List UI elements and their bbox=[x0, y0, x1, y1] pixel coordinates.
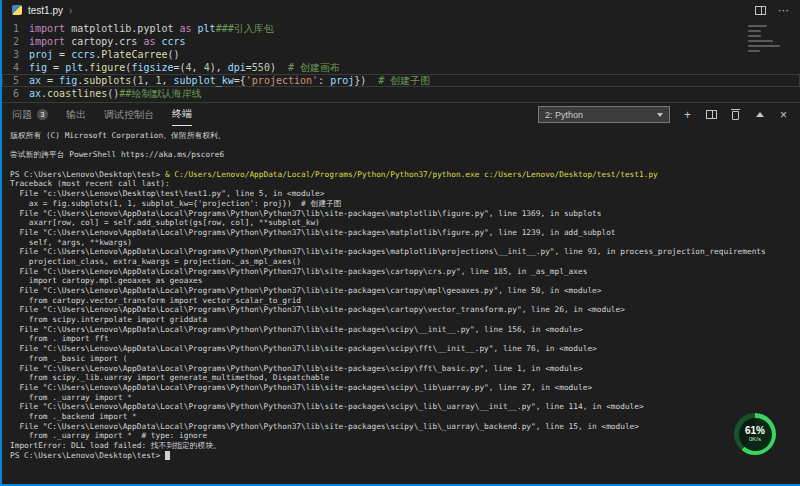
code-line: 2import cartopy.crs as ccrs bbox=[2, 35, 800, 48]
more-actions-icon[interactable]: ⋯ bbox=[778, 4, 790, 17]
editor-topbar: test1.py › ⋯ bbox=[2, 0, 800, 20]
terminal-line: from ._basic import ( bbox=[10, 354, 792, 364]
terminal-line: File "C:\Users\Lenovo\AppData\Local\Prog… bbox=[10, 364, 792, 374]
code-lines: 1import matplotlib.pyplot as plt###引入库包2… bbox=[2, 22, 800, 100]
python-file-icon bbox=[12, 5, 22, 15]
terminal-line: File "C:\Users\Lenovo\AppData\Local\Prog… bbox=[10, 325, 792, 335]
panel-tab-label: 调试控制台 bbox=[104, 108, 154, 122]
problems-count-badge: 3 bbox=[37, 109, 48, 120]
code-line: 6ax.coastlines()##绘制默认海岸线 bbox=[2, 87, 800, 100]
line-number: 1 bbox=[2, 22, 29, 35]
panel-tab-label: 问题 bbox=[12, 108, 32, 122]
line-number: 5 bbox=[2, 74, 29, 87]
minimap-line bbox=[748, 35, 761, 37]
terminal-line: File "C:\Users\Lenovo\AppData\Local\Prog… bbox=[10, 209, 792, 219]
vscode-window: test1.py › ⋯ 1import matplotlib.pyplot a… bbox=[0, 0, 800, 486]
terminal-line: from . import fft bbox=[10, 334, 792, 344]
terminal-line: from scipy.interpolate import griddata bbox=[10, 315, 792, 325]
terminal-line: ax = fig.subplots(1, 1, subplot_kw={'pro… bbox=[10, 199, 792, 209]
split-terminal-glyph bbox=[706, 110, 717, 119]
terminal-line: File "C:\Users\Lenovo\AppData\Local\Prog… bbox=[10, 267, 792, 277]
terminal-line: File "C:\Users\Lenovo\AppData\Local\Prog… bbox=[10, 247, 792, 257]
maximize-panel-icon[interactable] bbox=[753, 108, 766, 121]
line-number: 3 bbox=[2, 48, 29, 61]
terminal-line: from scipy._lib.uarray import generate_m… bbox=[10, 373, 792, 383]
panel-tab-label: 输出 bbox=[66, 108, 86, 122]
terminal-line: File "C:\Users\Lenovo\AppData\Local\Prog… bbox=[10, 383, 792, 393]
trash-glyph bbox=[731, 109, 740, 120]
terminal-line: from ._uarray import * bbox=[10, 393, 792, 403]
terminal-cursor bbox=[165, 451, 170, 459]
terminal-line: from ._uarray import * # type: ignore bbox=[10, 431, 792, 441]
close-panel-icon[interactable]: × bbox=[777, 108, 790, 121]
panel-tabs: 问题3输出调试控制台终端 bbox=[12, 103, 192, 126]
panel-tab-output[interactable]: 输出 bbox=[66, 103, 86, 126]
minimap-line bbox=[748, 25, 767, 27]
speed-value: 0K/s bbox=[749, 436, 761, 443]
panel-tab-terminal[interactable]: 终端 bbox=[172, 103, 192, 126]
panel-actions: 2: Python + × bbox=[538, 106, 790, 123]
chevron-down-icon bbox=[657, 113, 663, 117]
terminal-output: 版权所有 (C) Microsoft Corporation。保留所有权利。尝试… bbox=[10, 131, 792, 460]
editor-actions: ⋯ bbox=[755, 4, 790, 17]
terminal-line: import cartopy.mpl.geoaxes as geoaxes bbox=[10, 276, 792, 286]
terminal-line: File "C:\Users\Lenovo\AppData\Local\Prog… bbox=[10, 402, 792, 412]
recorder-percent-inner: 61% 0K/s bbox=[739, 418, 772, 451]
breadcrumb-file-name[interactable]: test1.py bbox=[28, 5, 63, 16]
terminal-line: from ._backend import * bbox=[10, 412, 792, 422]
line-number: 4 bbox=[2, 61, 29, 74]
terminal-line bbox=[10, 141, 792, 151]
terminal-line: from cartopy.vector_transform import vec… bbox=[10, 296, 792, 306]
recorder-percent-badge: 61% 0K/s bbox=[734, 413, 776, 455]
minimap-line bbox=[748, 50, 760, 52]
terminal[interactable]: 版权所有 (C) Microsoft Corporation。保留所有权利。尝试… bbox=[2, 126, 800, 482]
terminal-line: self, *args, **kwargs) bbox=[10, 238, 792, 248]
terminal-line: PS C:\Users\Lenovo\Desktop\test> bbox=[10, 451, 792, 461]
terminal-line: File "C:\Users\Lenovo\AppData\Local\Prog… bbox=[10, 422, 792, 432]
new-terminal-icon[interactable]: + bbox=[681, 108, 694, 121]
split-terminal-icon[interactable] bbox=[705, 108, 718, 121]
percent-value: 61% bbox=[745, 425, 765, 436]
minimap[interactable] bbox=[748, 25, 788, 55]
minimap-line bbox=[748, 45, 780, 47]
code-editor[interactable]: 1import matplotlib.pyplot as plt###引入库包2… bbox=[2, 20, 800, 102]
terminal-line: File "C:\Users\Lenovo\AppData\Local\Prog… bbox=[10, 228, 792, 238]
terminal-line: PS C:\Users\Lenovo\Desktop\test> & C:/Us… bbox=[10, 170, 792, 180]
terminal-line: 版权所有 (C) Microsoft Corporation。保留所有权利。 bbox=[10, 131, 792, 141]
panel-tab-debug-console[interactable]: 调试控制台 bbox=[104, 103, 154, 126]
line-number: 6 bbox=[2, 87, 29, 100]
code-line: 3proj = ccrs.PlateCarree() bbox=[2, 48, 800, 61]
terminal-line: axarr[row, col] = self.add_subplot(gs[ro… bbox=[10, 218, 792, 228]
terminal-line bbox=[10, 160, 792, 170]
terminal-line: Traceback (most recent call last): bbox=[10, 179, 792, 189]
panel-tab-problems[interactable]: 问题3 bbox=[12, 103, 48, 126]
terminal-line: File "c:\Users\Lenovo\Desktop\test\test1… bbox=[10, 189, 792, 199]
minimap-line bbox=[748, 30, 761, 32]
minimap-line bbox=[748, 40, 773, 42]
chevron-up-glyph bbox=[756, 112, 764, 117]
terminal-line: File "C:\Users\Lenovo\AppData\Local\Prog… bbox=[10, 344, 792, 354]
chevron-right-icon: › bbox=[69, 5, 72, 16]
terminal-picker-select[interactable]: 2: Python bbox=[538, 106, 670, 123]
code-line: 5ax = fig.subplots(1, 1, subplot_kw={'pr… bbox=[2, 74, 800, 87]
code-line: 1import matplotlib.pyplot as plt###引入库包 bbox=[2, 22, 800, 35]
code-line: 4fig = plt.figure(figsize=(4, 4), dpi=55… bbox=[2, 61, 800, 74]
split-editor-icon[interactable] bbox=[755, 6, 766, 15]
line-number: 2 bbox=[2, 35, 29, 48]
terminal-line: ImportError: DLL load failed: 找不到指定的模块。 bbox=[10, 441, 792, 451]
panel-header: 问题3输出调试控制台终端 2: Python + × bbox=[2, 102, 800, 126]
panel-tab-label: 终端 bbox=[172, 107, 192, 121]
kill-terminal-icon[interactable] bbox=[729, 108, 742, 121]
terminal-picker-value: 2: Python bbox=[545, 110, 583, 120]
terminal-line: File "C:\Users\Lenovo\AppData\Local\Prog… bbox=[10, 305, 792, 315]
terminal-line: 尝试新的跨平台 PowerShell https://aka.ms/pscore… bbox=[10, 150, 792, 160]
terminal-line: projection_class, extra_kwargs = project… bbox=[10, 257, 792, 267]
terminal-line: File "C:\Users\Lenovo\AppData\Local\Prog… bbox=[10, 286, 792, 296]
